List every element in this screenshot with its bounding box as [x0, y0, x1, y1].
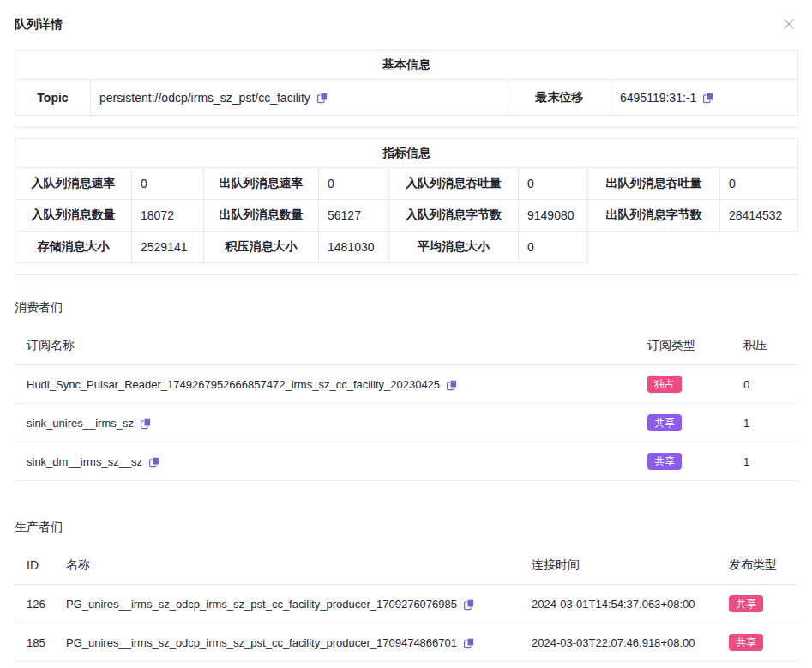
column-header-subscription-name: 订阅名称	[15, 326, 647, 365]
metric-label: 积压消息大小	[204, 232, 319, 263]
column-header-publish-type: 发布类型	[729, 545, 797, 585]
subscription-name-cell: sink_dm__irms_sz__sz	[15, 442, 647, 481]
close-button[interactable]	[780, 15, 797, 33]
subscription-name: sink_unires__irms_sz	[27, 417, 134, 430]
table-row: 126 PG_unires__irms_sz_odcp_irms_sz_pst_…	[15, 585, 797, 623]
metric-value: 56127	[319, 200, 389, 232]
metric-value: 0	[720, 168, 798, 200]
metrics-caption: 指标信息	[15, 139, 798, 168]
metric-label: 出队列消息吞吐量	[588, 168, 720, 200]
topic-label: Topic	[15, 80, 91, 116]
copy-icon	[316, 92, 328, 104]
copy-icon	[463, 637, 475, 649]
copy-producer-button[interactable]	[463, 599, 475, 611]
table-header-row: ID 名称 连接时间 发布类型	[15, 545, 797, 585]
subscription-name: Hudi_Sync_Pulsar_Reader_1749267952666857…	[27, 378, 440, 391]
copy-subscription-button[interactable]	[140, 418, 152, 430]
metric-label: 入队列消息速率	[15, 168, 132, 200]
empty-cell	[588, 232, 798, 263]
table-row: 入队列消息数量 18072 出队列消息数量 56127 入队列消息字节数 914…	[15, 200, 798, 232]
copy-offset-button[interactable]	[702, 92, 714, 104]
section-divider	[15, 274, 797, 275]
column-header-name: 名称	[66, 545, 532, 585]
backlog-value: 0	[743, 365, 797, 404]
publish-type-badge: 共享	[729, 634, 763, 651]
copy-subscription-button[interactable]	[148, 456, 160, 468]
subscription-name: sink_dm__irms_sz__sz	[27, 455, 142, 468]
copy-producer-button[interactable]	[463, 637, 475, 649]
table-row: Hudi_Sync_Pulsar_Reader_1749267952666857…	[15, 365, 797, 404]
subscription-type-badge: 共享	[647, 453, 682, 470]
subscription-name-cell: Hudi_Sync_Pulsar_Reader_1749267952666857…	[15, 365, 647, 404]
producers-table: ID 名称 连接时间 发布类型 126 PG_unires__irms_sz_o…	[15, 545, 797, 662]
table-row: 入队列消息速率 0 出队列消息速率 0 入队列消息吞吐量 0 出队列消息吞吐量 …	[15, 168, 798, 200]
close-icon	[782, 17, 796, 31]
modal-header: 队列详情	[15, 0, 797, 33]
table-header-row: 订阅名称 订阅类型 积压	[15, 326, 797, 365]
column-header-connect-time: 连接时间	[532, 545, 729, 585]
producer-id: 126	[15, 585, 66, 623]
subscription-name-cell: sink_unires__irms_sz	[15, 404, 647, 442]
subscription-type-badge: 共享	[647, 414, 682, 431]
metric-value: 0	[132, 168, 204, 200]
publish-type-badge: 共享	[729, 595, 763, 612]
producer-name-cell: PG_unires__irms_sz_odcp_irms_sz_pst_cc_f…	[66, 585, 532, 623]
table-row: sink_dm__irms_sz__sz 共享 1	[15, 442, 797, 481]
metric-label: 平均消息大小	[389, 232, 519, 263]
metric-value: 1481030	[319, 232, 389, 263]
copy-icon	[148, 456, 160, 468]
column-header-backlog: 积压	[743, 326, 797, 365]
metric-value: 0	[319, 168, 389, 200]
copy-icon	[463, 599, 475, 611]
metric-label: 出队列消息数量	[204, 200, 319, 232]
metric-value: 18072	[132, 200, 204, 232]
copy-subscription-button[interactable]	[446, 379, 458, 391]
metric-label: 出队列消息字节数	[588, 200, 720, 232]
producers-section: 生产者们 ID 名称 连接时间 发布类型 126 PG_unires__irms…	[15, 520, 797, 662]
offset-value-cell: 6495119:31:-1	[611, 80, 798, 116]
producer-name: PG_unires__irms_sz_odcp_irms_sz_pst_cc_f…	[66, 598, 457, 611]
copy-topic-button[interactable]	[316, 92, 328, 104]
copy-icon	[140, 418, 152, 430]
metric-value: 28414532	[720, 200, 798, 232]
offset-label: 最末位移	[508, 80, 611, 116]
metric-label: 存储消息大小	[15, 232, 132, 263]
metric-value: 0	[519, 232, 588, 263]
producer-id: 185	[15, 623, 66, 662]
metrics-table: 指标信息 入队列消息速率 0 出队列消息速率 0 入队列消息吞吐量 0 出队列消…	[15, 138, 798, 263]
column-header-id: ID	[15, 545, 66, 585]
backlog-value: 1	[743, 404, 797, 442]
queue-detail-modal: 队列详情 基本信息 Topic persistent://odcp/irms_s…	[0, 0, 812, 662]
table-row: Topic persistent://odcp/irms_sz_pst/cc_f…	[15, 80, 798, 116]
connect-time: 2024-03-03T22:07:46.918+08:00	[532, 623, 729, 662]
metric-label: 出队列消息速率	[204, 168, 319, 200]
consumers-section: 消费者们 订阅名称 订阅类型 积压 Hudi_Sync_Pulsar_Reade…	[15, 300, 797, 481]
producers-title: 生产者们	[15, 520, 797, 535]
page-title: 队列详情	[15, 17, 63, 33]
column-header-subscription-type: 订阅类型	[647, 326, 743, 365]
subscription-type-badge: 独占	[647, 376, 682, 393]
metric-label: 入队列消息数量	[15, 200, 132, 232]
section-divider	[15, 127, 797, 128]
metric-value: 2529141	[132, 232, 204, 263]
consumers-table: 订阅名称 订阅类型 积压 Hudi_Sync_Pulsar_Reader_174…	[15, 326, 797, 481]
basic-info-caption: 基本信息	[15, 51, 798, 80]
offset-value: 6495119:31:-1	[620, 91, 696, 105]
metric-label: 入队列消息字节数	[389, 200, 519, 232]
producer-name-cell: PG_unires__irms_sz_odcp_irms_sz_pst_cc_f…	[66, 623, 532, 662]
topic-value-cell: persistent://odcp/irms_sz_pst/cc_facilit…	[91, 80, 508, 116]
table-row: 185 PG_unires__irms_sz_odcp_irms_sz_pst_…	[15, 623, 797, 662]
metric-value: 9149080	[519, 200, 588, 232]
table-row: 存储消息大小 2529141 积压消息大小 1481030 平均消息大小 0	[15, 232, 798, 263]
topic-value: persistent://odcp/irms_sz_pst/cc_facilit…	[99, 91, 310, 105]
metric-value: 0	[519, 168, 588, 200]
table-row: sink_unires__irms_sz 共享 1	[15, 404, 797, 442]
basic-info-table: 基本信息 Topic persistent://odcp/irms_sz_pst…	[15, 50, 798, 116]
copy-icon	[702, 92, 714, 104]
consumers-title: 消费者们	[15, 300, 797, 316]
backlog-value: 1	[743, 442, 797, 481]
copy-icon	[446, 379, 458, 391]
metric-label: 入队列消息吞吐量	[389, 168, 519, 200]
producer-name: PG_unires__irms_sz_odcp_irms_sz_pst_cc_f…	[66, 636, 457, 649]
connect-time: 2024-03-01T14:54:37.063+08:00	[532, 585, 729, 623]
